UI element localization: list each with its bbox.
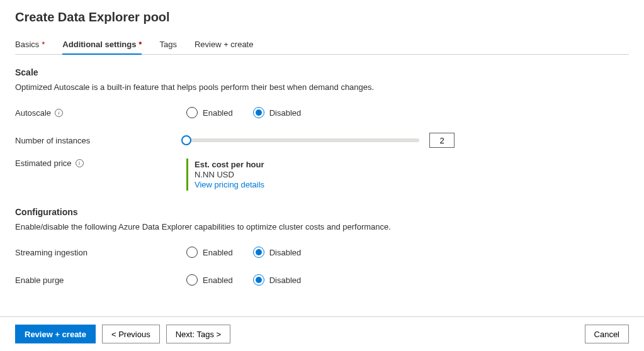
streaming-disabled-radio[interactable]: Disabled (253, 247, 302, 258)
estimated-price-label: Estimated price (15, 159, 72, 168)
required-indicator-icon: * (42, 40, 45, 49)
estimated-price-box: Est. cost per hour N.NN USD View pricing… (186, 159, 264, 191)
scale-heading: Scale (15, 67, 629, 77)
tab-additional-label: Additional settings (62, 40, 136, 49)
tab-basics-label: Basics (15, 40, 39, 49)
configurations-heading: Configurations (15, 207, 629, 217)
radio-circle-icon (186, 107, 198, 118)
radio-label: Disabled (269, 276, 302, 285)
tab-basics[interactable]: Basics* (15, 36, 45, 54)
price-value: N.NN USD (195, 170, 264, 179)
enable-purge-label: Enable purge (15, 276, 64, 285)
cancel-button[interactable]: Cancel (585, 325, 629, 343)
instances-label: Number of instances (15, 136, 90, 145)
radio-label: Enabled (203, 108, 233, 118)
radio-circle-icon (253, 107, 264, 118)
tab-tags[interactable]: Tags (159, 36, 176, 54)
autoscale-radio-group: Enabled Disabled (186, 107, 301, 118)
pricing-details-link[interactable]: View pricing details (195, 180, 264, 189)
instances-input[interactable] (429, 133, 455, 148)
tab-tags-label: Tags (159, 40, 176, 49)
configurations-description: Enable/disable the following Azure Data … (15, 222, 629, 231)
radio-circle-icon (186, 247, 198, 258)
review-create-button[interactable]: Review + create (15, 325, 96, 343)
streaming-radio-group: Enabled Disabled (186, 247, 301, 258)
purge-enabled-radio[interactable]: Enabled (186, 274, 233, 286)
instances-slider[interactable] (186, 138, 419, 142)
autoscale-enabled-radio[interactable]: Enabled (186, 107, 233, 118)
purge-disabled-radio[interactable]: Disabled (253, 274, 302, 286)
required-indicator-icon: * (138, 40, 142, 49)
tab-review-create[interactable]: Review + create (195, 36, 254, 54)
next-button[interactable]: Next: Tags > (166, 325, 230, 343)
radio-label: Disabled (269, 108, 302, 118)
radio-label: Enabled (203, 248, 233, 257)
radio-circle-icon (253, 274, 264, 286)
info-icon[interactable]: i (76, 159, 84, 167)
info-icon[interactable]: i (55, 109, 63, 117)
streaming-ingestion-label: Streaming ingestion (15, 248, 88, 257)
slider-thumb-icon[interactable] (181, 135, 191, 145)
tab-additional-settings[interactable]: Additional settings* (62, 36, 142, 54)
radio-circle-icon (253, 247, 264, 258)
tab-bar: Basics* Additional settings* Tags Review… (15, 36, 629, 55)
previous-button[interactable]: < Previous (102, 325, 160, 343)
radio-circle-icon (186, 274, 198, 286)
tab-review-label: Review + create (195, 40, 254, 49)
autoscale-disabled-radio[interactable]: Disabled (253, 107, 302, 118)
autoscale-label: Autoscale (15, 108, 51, 118)
page-title: Create Data Explorer pool (15, 10, 629, 25)
price-title: Est. cost per hour (195, 160, 264, 169)
purge-radio-group: Enabled Disabled (186, 274, 301, 286)
footer-bar: Review + create < Previous Next: Tags > … (0, 316, 644, 351)
radio-label: Disabled (269, 248, 302, 257)
streaming-enabled-radio[interactable]: Enabled (186, 247, 233, 258)
radio-label: Enabled (203, 276, 233, 285)
scale-description: Optimized Autoscale is a built-in featur… (15, 82, 629, 92)
